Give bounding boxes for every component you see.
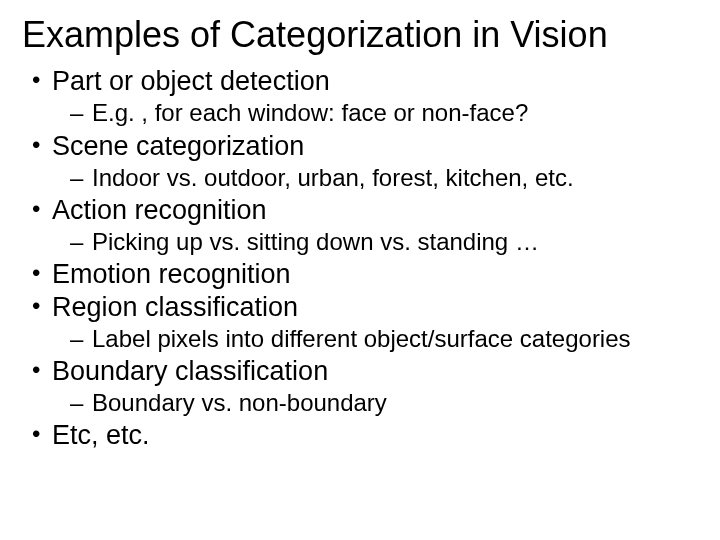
bullet-list: Part or object detection E.g. , for each… [22, 65, 698, 452]
bullet-text: Part or object detection [52, 66, 330, 96]
slide-title: Examples of Categorization in Vision [22, 14, 698, 55]
bullet-item: Part or object detection E.g. , for each… [26, 65, 698, 127]
sub-list: Boundary vs. non-boundary [52, 388, 698, 417]
sub-item: Boundary vs. non-boundary [70, 388, 698, 417]
bullet-item: Etc, etc. [26, 419, 698, 452]
bullet-item: Action recognition Picking up vs. sittin… [26, 194, 698, 256]
sub-text: Indoor vs. outdoor, urban, forest, kitch… [92, 164, 574, 191]
sub-text: E.g. , for each window: face or non-face… [92, 99, 528, 126]
bullet-text: Emotion recognition [52, 259, 291, 289]
sub-item: Label pixels into different object/surfa… [70, 324, 698, 353]
sub-item: Indoor vs. outdoor, urban, forest, kitch… [70, 163, 698, 192]
sub-list: Label pixels into different object/surfa… [52, 324, 698, 353]
bullet-item: Region classification Label pixels into … [26, 291, 698, 353]
sub-item: E.g. , for each window: face or non-face… [70, 98, 698, 127]
bullet-item: Boundary classification Boundary vs. non… [26, 355, 698, 417]
sub-text: Label pixels into different object/surfa… [92, 325, 631, 352]
sub-list: Indoor vs. outdoor, urban, forest, kitch… [52, 163, 698, 192]
bullet-text: Action recognition [52, 195, 267, 225]
bullet-text: Boundary classification [52, 356, 328, 386]
bullet-text: Region classification [52, 292, 298, 322]
bullet-item: Emotion recognition [26, 258, 698, 291]
sub-text: Boundary vs. non-boundary [92, 389, 387, 416]
sub-list: Picking up vs. sitting down vs. standing… [52, 227, 698, 256]
sub-text: Picking up vs. sitting down vs. standing… [92, 228, 539, 255]
sub-list: E.g. , for each window: face or non-face… [52, 98, 698, 127]
bullet-item: Scene categorization Indoor vs. outdoor,… [26, 130, 698, 192]
bullet-text: Scene categorization [52, 131, 304, 161]
bullet-text: Etc, etc. [52, 420, 150, 450]
sub-item: Picking up vs. sitting down vs. standing… [70, 227, 698, 256]
slide: Examples of Categorization in Vision Par… [0, 0, 720, 540]
